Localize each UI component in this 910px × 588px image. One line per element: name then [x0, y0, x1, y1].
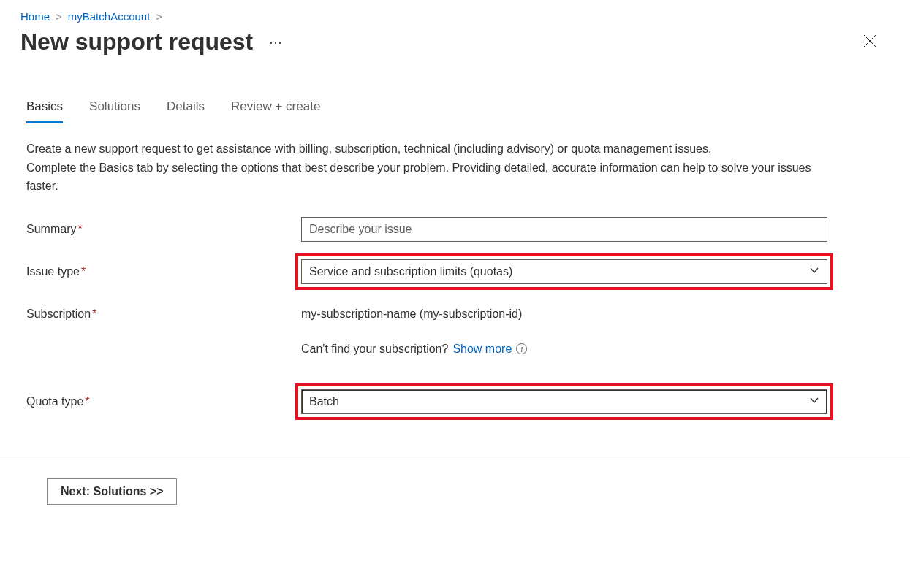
quota-type-value: Batch	[309, 395, 339, 408]
more-icon[interactable]: ⋯	[266, 31, 286, 53]
quota-type-highlight: Batch	[295, 383, 833, 420]
summary-label: Summary*	[26, 223, 301, 236]
chevron-right-icon: >	[56, 10, 62, 23]
issue-type-label: Issue type*	[26, 265, 301, 278]
issue-type-select[interactable]: Service and subscription limits (quotas)	[301, 259, 827, 284]
close-button[interactable]	[859, 30, 890, 54]
breadcrumb: Home > myBatchAccount >	[20, 10, 890, 23]
chevron-down-icon	[809, 265, 819, 278]
show-more-link[interactable]: Show more	[452, 343, 512, 356]
issue-type-value: Service and subscription limits (quotas)	[309, 265, 512, 278]
chevron-down-icon	[809, 395, 819, 408]
issue-type-highlight: Service and subscription limits (quotas)	[295, 253, 833, 290]
chevron-right-icon: >	[156, 10, 162, 23]
tab-basics[interactable]: Basics	[26, 99, 63, 123]
subscription-label: Subscription*	[26, 308, 301, 321]
tab-solutions[interactable]: Solutions	[89, 99, 140, 123]
subscription-hint: Can't find your subscription?	[301, 343, 448, 356]
close-icon	[863, 34, 876, 47]
breadcrumb-home[interactable]: Home	[20, 10, 50, 23]
page-title: New support request	[20, 28, 253, 56]
info-icon[interactable]: i	[516, 343, 527, 354]
next-button[interactable]: Next: Solutions >>	[47, 478, 177, 505]
tab-details[interactable]: Details	[167, 99, 205, 123]
subscription-value: my-subscription-name (my-subscription-id…	[301, 308, 522, 320]
intro-text: Create a new support request to get assi…	[20, 140, 839, 196]
summary-input[interactable]	[301, 217, 827, 242]
quota-type-label: Quota type*	[26, 395, 301, 408]
quota-type-select[interactable]: Batch	[301, 389, 827, 414]
tabs: Basics Solutions Details Review + create	[20, 99, 890, 123]
breadcrumb-account[interactable]: myBatchAccount	[68, 10, 151, 23]
tab-review[interactable]: Review + create	[231, 99, 320, 123]
